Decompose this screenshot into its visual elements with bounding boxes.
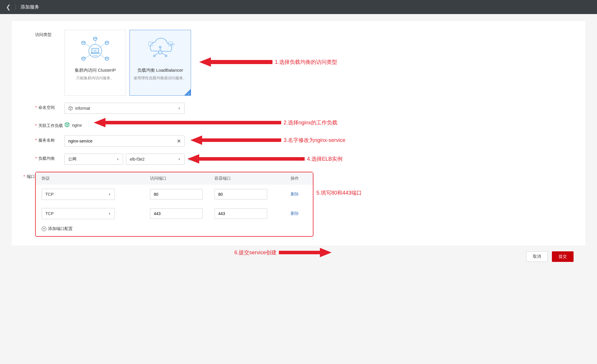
access-port-input[interactable] [150,189,203,200]
submit-button[interactable]: 提交 [552,251,574,262]
container-port-input[interactable] [214,208,267,219]
svg-line-5 [85,44,91,47]
service-name-input-wrapper: ✕ [64,135,185,147]
delete-port-link[interactable]: 删除 [291,211,299,216]
card-cluster-ip-desc: 只能集群内访问服务。 [76,75,114,81]
divider [16,4,16,10]
annotation-5: 5.填写80和443端口 [316,189,362,196]
annotation-1: 1.选择负载均衡的访问类型 [199,56,337,68]
chevron-down-icon: ▼ [116,158,119,161]
namespace-select[interactable]: informat ▼ [64,103,185,114]
label-access-type: 访问类型 [35,30,64,37]
card-lb-desc: 使用弹性负载均衡器访问服务。 [134,75,187,81]
protocol-select[interactable]: TCP▼ [42,208,115,219]
cancel-button[interactable]: 取消 [526,251,548,262]
label-lb: 负载均衡 [35,154,64,161]
svg-text:Cluster: Cluster [92,55,98,56]
cube-icon [68,106,73,111]
svg-marker-23 [187,154,305,164]
container-port-input[interactable] [214,189,267,200]
protocol-select[interactable]: TCP▼ [42,189,115,200]
clear-icon[interactable]: ✕ [177,138,181,144]
svg-point-10 [158,51,162,54]
svg-point-14 [159,46,161,48]
label-workload: 关联工作负载 [35,121,64,128]
svg-line-13 [162,53,166,55]
delete-port-link[interactable]: 删除 [291,192,299,196]
svg-marker-22 [190,135,281,145]
svg-marker-20 [199,57,272,67]
card-cluster-ip-title: 集群内访问 ClusterIP [75,68,116,73]
svg-marker-21 [94,118,281,127]
svg-line-12 [155,53,158,55]
col-container-port: 容器端口 [214,176,291,181]
svg-point-16 [165,55,167,57]
service-name-input[interactable] [68,139,177,143]
access-port-input[interactable] [150,208,203,219]
svg-marker-24 [279,248,332,257]
plus-icon: + [42,226,46,231]
card-cluster-ip[interactable]: IP Cluster [64,30,126,96]
card-lb-title: 负载均衡 LoadBalancer [137,68,183,73]
lb-scope-value: 公网 [68,157,76,162]
col-action: 操作 [291,176,307,181]
topbar: ❮ 添加服务 [0,0,597,14]
port-row: TCP▼ 删除 [36,204,313,223]
svg-point-15 [153,55,155,57]
workload-value: nginx [72,123,82,128]
svg-line-9 [100,55,105,58]
port-row: TCP▼ 删除 [36,185,313,204]
card-load-balancer[interactable]: 100G 负载均衡 LoadBalancer 使用弹性负载均衡器访问服务。 [129,30,191,96]
annotation-6: 6.提交service创建 [234,247,332,258]
load-balancer-icon: 100G [140,35,181,64]
footer: 6.提交service创建 取消 提交 [12,245,585,268]
add-port-button[interactable]: + 添加端口配置 [36,223,313,236]
lb-scope-select[interactable]: 公网 ▼ [64,154,123,165]
lb-instance-select[interactable]: elb-f3e2 ▼ [126,154,185,165]
svg-text:100G: 100G [170,43,175,45]
cluster-ip-icon: IP Cluster [75,35,116,64]
add-port-label: 添加端口配置 [48,226,73,231]
svg-line-8 [85,55,91,58]
chevron-down-icon: ▼ [178,107,181,110]
chevron-down-icon: ▼ [108,212,111,215]
annotation-4: 4.选择ELB实例 [187,153,342,165]
namespace-value: informat [75,106,90,111]
svg-line-6 [100,44,105,47]
svg-text:IP: IP [94,50,96,52]
workload-cube-icon [64,122,70,128]
col-access-port: 访问端口 [150,176,214,181]
label-service-name: 服务名称 [35,135,64,143]
svg-rect-2 [91,53,99,54]
chevron-down-icon: ▼ [108,193,111,196]
annotation-2: 2.选择nginx的工作负载 [94,117,337,128]
port-table: 协议 访问端口 容器端口 操作 TCP▼ 删除 TCP▼ [35,172,313,237]
page-title: 添加服务 [21,4,39,10]
port-table-header: 协议 访问端口 容器端口 操作 [36,172,313,185]
form-panel: 访问类型 IP Cluster [12,21,585,245]
chevron-down-icon: ▼ [178,158,181,161]
back-icon[interactable]: ❮ [6,4,11,11]
annotation-3: 3.名字修改为nginx-service [190,134,345,146]
label-namespace: 命名空间 [35,103,64,110]
col-protocol: 协议 [42,176,150,181]
lb-instance-value: elb-f3e2 [130,157,145,162]
